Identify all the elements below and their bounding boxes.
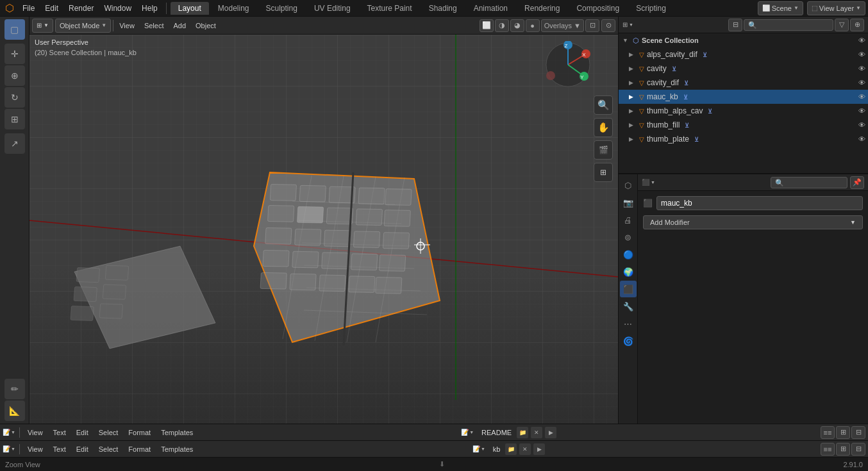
eye-icon-3[interactable]: 👁	[858, 93, 865, 101]
tab-compositing[interactable]: Compositing	[569, 2, 627, 15]
eye-icon-1[interactable]: 👁	[858, 65, 865, 72]
outliner-item-thumb-alps-cav[interactable]: ▶ ▽ thumb_alps_cav ⊻ 👁	[619, 104, 868, 118]
tool-select[interactable]: ▢	[4, 19, 25, 40]
tab-animation[interactable]: Animation	[466, 2, 515, 15]
scene-collection-root[interactable]: ▼ ⬡ Scene Collection 👁	[619, 33, 868, 47]
pin-btn[interactable]: 📌	[850, 176, 864, 189]
view-menu[interactable]: View	[115, 21, 138, 31]
bottom-close-btn-1[interactable]: ✕	[519, 443, 531, 455]
svg-rect-26	[295, 229, 321, 245]
tool-transform[interactable]: ↗	[4, 133, 25, 154]
props-editor-type[interactable]: ⬛▼	[642, 179, 655, 186]
bottom-view-0[interactable]: View	[24, 427, 47, 438]
tool-rotate[interactable]: ↻	[4, 87, 25, 108]
outliner-filter-btn[interactable]: ⊟ ▽ ⊕	[728, 19, 864, 31]
bottom-run-btn-0[interactable]: ▶	[545, 427, 556, 438]
bottom-run-btn-1[interactable]: ▶	[533, 443, 545, 455]
add-modifier-btn[interactable]: Add Modifier ▼	[643, 215, 863, 229]
tool-annotate[interactable]: ✏	[4, 379, 25, 399]
select-menu[interactable]: Select	[140, 21, 168, 31]
editor-type-button[interactable]: ⊞▼	[32, 19, 53, 33]
bottom-select-1[interactable]: Select	[95, 444, 122, 454]
tool-scale[interactable]: ⊞	[4, 109, 25, 129]
bottom-edit-1[interactable]: Edit	[72, 444, 92, 454]
bottom-format-0[interactable]: Format	[124, 427, 154, 438]
tab-uv-editing[interactable]: UV Editing	[306, 2, 358, 15]
bottom-format-1[interactable]: Format	[124, 444, 154, 454]
prop-modifier-btn[interactable]: 🔧	[620, 298, 637, 315]
outliner-item-cavity-dif[interactable]: ▶ ▽ cavity_dif ⊻ 👁	[619, 76, 868, 90]
object-menu[interactable]: Object	[192, 21, 220, 31]
outliner-item-cavity[interactable]: ▶ ▽ cavity ⊻ 👁	[619, 62, 868, 76]
tab-sculpting[interactable]: Sculpting	[258, 2, 305, 15]
tab-rendering[interactable]: Rendering	[517, 2, 567, 15]
bottom-file-type-0[interactable]: 📝▼	[461, 429, 474, 436]
menu-file[interactable]: File	[18, 3, 39, 14]
tool-move[interactable]: ⊕	[4, 65, 25, 86]
eye-icon-2[interactable]: 👁	[858, 79, 865, 87]
bottom-open-btn-0[interactable]: 📁	[517, 427, 528, 438]
eye-icon-4[interactable]: 👁	[858, 107, 865, 115]
outliner-item-alps-cavity-dif[interactable]: ▶ ▽ alps_cavity_dif ⊻ 👁	[619, 47, 868, 62]
object-name-input[interactable]	[656, 196, 863, 210]
viewport-gizmo-btn[interactable]: ⊙	[601, 19, 615, 32]
axis-gizmo[interactable]: X Y Z	[544, 41, 592, 89]
outliner-item-mauc-kb[interactable]: ▶ ▽ mauc_kb ⊻ 👁	[619, 90, 868, 104]
prop-physics-btn[interactable]: 🌀	[620, 333, 637, 349]
word-wrap-btns-1[interactable]: ≡≡ ⊞ ⊟	[821, 443, 865, 456]
prop-world-btn[interactable]: 🌍	[620, 263, 637, 280]
bottom-select-0[interactable]: Select	[95, 427, 122, 438]
view-layer-selector[interactable]: ⬚ View Layer ▼	[807, 1, 865, 15]
viewport-overlay-btn[interactable]: ⬜ ◑ ◕ ● Overlays ▼ ⊡	[480, 19, 599, 32]
tool-measure[interactable]: 📐	[4, 401, 25, 421]
outliner-item-thumb-plate[interactable]: ▶ ▽ thumb_plate ⊻ 👁	[619, 132, 868, 146]
bottom-close-btn-0[interactable]: ✕	[531, 427, 542, 438]
bottom-editor-type-1[interactable]: 📝▼	[3, 445, 15, 452]
camera-btn[interactable]: 🎬	[594, 140, 613, 160]
outliner-search[interactable]	[744, 19, 833, 31]
prop-scene-btn[interactable]: ⬡	[620, 177, 637, 194]
scene-selector[interactable]: ⬜ Scene ▼	[758, 1, 803, 15]
bottom-text-0[interactable]: Text	[49, 427, 70, 438]
pan-btn[interactable]: ✋	[594, 118, 613, 137]
outliner-editor-type[interactable]: ⊞▼	[622, 21, 633, 28]
prop-particles-btn[interactable]: ⋯	[620, 315, 637, 332]
menu-edit[interactable]: Edit	[40, 3, 63, 14]
bottom-file-type-1[interactable]: 📝▼	[472, 445, 485, 452]
object-mode-dropdown[interactable]: Object Mode ▼	[55, 19, 111, 33]
tab-shading[interactable]: Shading	[421, 2, 465, 15]
eye-visibility[interactable]: 👁	[858, 37, 865, 44]
prop-output-btn[interactable]: 🖨	[620, 211, 637, 228]
bottom-text-1[interactable]: Text	[49, 444, 70, 454]
menu-window[interactable]: Window	[99, 3, 136, 14]
tab-layout[interactable]: Layout	[171, 2, 209, 15]
prop-render-btn[interactable]: 📷	[620, 194, 637, 211]
menu-render[interactable]: Render	[64, 3, 98, 14]
bottom-open-btn-1[interactable]: 📁	[505, 443, 517, 455]
bottom-editor-type-0[interactable]: 📝▼	[3, 429, 15, 436]
bottom-templates-0[interactable]: Templates	[157, 427, 197, 438]
prop-object-btn[interactable]: ⬛	[620, 281, 637, 297]
properties-search[interactable]	[771, 177, 847, 188]
tab-texture-paint[interactable]: Texture Paint	[360, 2, 420, 15]
zoom-in-btn[interactable]: 🔍	[594, 95, 613, 115]
eye-icon-0[interactable]: 👁	[858, 51, 865, 58]
tool-cursor[interactable]: ✛	[4, 44, 25, 64]
ortho-btn[interactable]: ⊞	[594, 163, 613, 182]
word-wrap-btns-0[interactable]: ≡≡ ⊞ ⊟	[821, 426, 865, 439]
eye-icon-5[interactable]: 👁	[858, 121, 865, 129]
tab-modeling[interactable]: Modeling	[210, 2, 257, 15]
blender-logo[interactable]: ⬡	[3, 2, 17, 14]
bottom-view-1[interactable]: View	[24, 444, 47, 454]
prop-view-layer-btn[interactable]: ⊚	[620, 229, 637, 245]
outliner-item-thumb-fill[interactable]: ▶ ▽ thumb_fill ⊻ 👁	[619, 118, 868, 132]
viewport-3d[interactable]: ⊞▼ Object Mode ▼ View Select Add Object …	[29, 17, 618, 424]
tab-scripting[interactable]: Scripting	[628, 2, 674, 15]
bottom-edit-0[interactable]: Edit	[72, 427, 92, 438]
item-label-6: thumb_plate	[647, 135, 689, 144]
menu-help[interactable]: Help	[137, 3, 162, 14]
bottom-templates-1[interactable]: Templates	[157, 444, 197, 454]
prop-scene-data-btn[interactable]: 🔵	[620, 246, 637, 263]
eye-icon-6[interactable]: 👁	[858, 135, 865, 143]
add-menu[interactable]: Add	[169, 21, 190, 31]
